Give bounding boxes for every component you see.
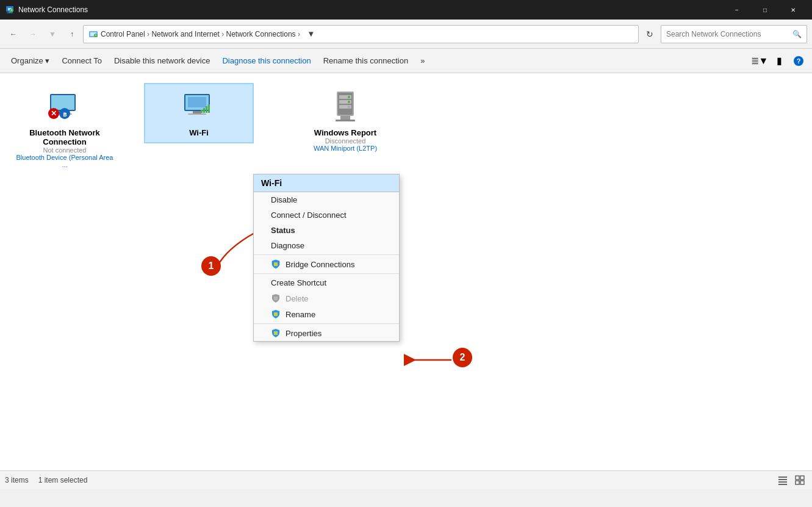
svg-rect-44 xyxy=(778,484,787,485)
forward-button[interactable]: → xyxy=(24,26,41,43)
minimize-button[interactable]: − xyxy=(723,0,751,20)
breadcrumb: Control Panel › Network and Internet › N… xyxy=(101,30,300,38)
svg-rect-22 xyxy=(188,113,206,115)
change-view-button[interactable]: ≣▼ xyxy=(751,52,768,70)
title-bar: Network Connections − □ ✕ xyxy=(0,0,812,20)
wifi-info: Wi-Fi xyxy=(189,128,209,137)
separator-2 xyxy=(254,273,399,274)
svg-rect-25 xyxy=(206,106,207,113)
windows-report-connection[interactable]: Windows Report Disconnected WAN Miniport… xyxy=(290,83,400,158)
context-menu-connect-disconnect[interactable]: Connect / Disconnect xyxy=(254,207,399,223)
up-button[interactable]: ↑ xyxy=(63,26,81,43)
svg-rect-24 xyxy=(203,108,205,113)
maximize-button[interactable]: □ xyxy=(751,0,779,20)
disable-label: Disable xyxy=(271,195,297,204)
svg-rect-46 xyxy=(800,476,804,480)
connect-to-button[interactable]: Connect To xyxy=(56,50,108,72)
wifi-connection[interactable]: Wi-Fi xyxy=(144,83,254,143)
item-count: 3 items xyxy=(5,476,29,484)
context-menu-create-shortcut[interactable]: Create Shortcut xyxy=(254,275,399,290)
context-menu-rename[interactable]: Rename xyxy=(254,306,399,322)
path-network-internet: Network and Internet xyxy=(151,30,219,38)
context-menu-status[interactable]: Status xyxy=(254,223,399,238)
diagnose-label: Diagnose xyxy=(271,241,304,250)
close-button[interactable]: ✕ xyxy=(779,0,807,20)
refresh-button[interactable]: ↻ xyxy=(641,26,658,43)
back-button[interactable]: ← xyxy=(5,26,22,43)
svg-point-34 xyxy=(348,96,350,98)
bluetooth-name: Bluetooth Network Connection xyxy=(16,128,113,146)
detail-view-button[interactable] xyxy=(792,473,807,487)
list-view-button[interactable] xyxy=(775,473,790,487)
svg-rect-42 xyxy=(778,479,787,480)
separator-1 xyxy=(254,254,399,255)
svg-rect-37 xyxy=(274,262,278,266)
search-icon: 🔍 xyxy=(792,30,802,38)
svg-rect-11 xyxy=(51,95,74,110)
address-path[interactable]: Control Panel › Network and Internet › N… xyxy=(83,25,639,43)
context-menu-header: Wi-Fi xyxy=(254,174,399,192)
preview-pane-button[interactable]: ▮ xyxy=(771,52,788,70)
context-menu-diagnose[interactable]: Diagnose xyxy=(254,238,399,253)
shield-icon-properties xyxy=(271,328,281,338)
more-button[interactable]: » xyxy=(414,50,431,72)
bluetooth-info: Bluetooth Network Connection Not connect… xyxy=(16,128,113,168)
main-content: ✕ ʙ Bluetooth Network Connection Not con… xyxy=(0,73,812,489)
status-bar: 3 items 1 item selected xyxy=(0,470,812,489)
status-label: Status xyxy=(271,226,295,235)
computer-icon: ✕ ʙ xyxy=(45,92,84,123)
svg-point-36 xyxy=(348,106,350,108)
disable-device-button[interactable]: Disable this network device xyxy=(108,50,217,72)
connect-disconnect-label: Connect / Disconnect xyxy=(271,210,347,220)
delete-label: Delete xyxy=(286,294,309,303)
bluetooth-connection[interactable]: ✕ ʙ Bluetooth Network Connection Not con… xyxy=(10,83,120,174)
shield-icon-bridge xyxy=(271,259,281,269)
address-dropdown-button[interactable]: ▼ xyxy=(303,26,320,43)
organize-button[interactable]: Organize ▾ xyxy=(5,50,56,72)
context-menu-disable[interactable]: Disable xyxy=(254,192,399,207)
windows-report-icon-area xyxy=(321,89,370,126)
wifi-icon-area xyxy=(174,89,223,126)
search-input[interactable] xyxy=(666,30,790,38)
wifi-computer-icon xyxy=(179,92,218,123)
svg-rect-26 xyxy=(208,104,210,113)
bluetooth-status: Not connected xyxy=(16,146,113,154)
svg-rect-39 xyxy=(274,312,278,316)
path-network-connections: Network Connections xyxy=(226,30,296,38)
svg-rect-45 xyxy=(796,476,799,480)
svg-rect-32 xyxy=(340,116,350,120)
create-shortcut-label: Create Shortcut xyxy=(271,278,326,287)
diagnose-button[interactable]: Diagnose this connection xyxy=(216,50,317,72)
view-toggles xyxy=(775,473,807,487)
bridge-label: Bridge Connections xyxy=(286,260,354,269)
app-icon xyxy=(5,5,15,15)
recent-locations-button[interactable]: ▼ xyxy=(44,26,61,43)
context-menu-bridge[interactable]: Bridge Connections xyxy=(254,256,399,272)
path-control-panel: Control Panel xyxy=(101,30,145,38)
context-menu-properties[interactable]: Properties xyxy=(254,325,399,341)
svg-point-35 xyxy=(348,101,350,103)
svg-text:✕: ✕ xyxy=(51,109,57,118)
rename-button[interactable]: Rename this connection xyxy=(317,50,414,72)
connections-list: ✕ ʙ Bluetooth Network Connection Not con… xyxy=(0,73,812,489)
context-menu-delete[interactable]: Delete xyxy=(254,290,399,306)
address-bar: ← → ▼ ↑ Control Panel › Network and Inte… xyxy=(0,20,812,49)
svg-rect-23 xyxy=(201,110,203,113)
svg-rect-43 xyxy=(778,481,787,483)
window-title: Network Connections xyxy=(18,5,88,14)
context-menu: Wi-Fi Disable Connect / Disconnect Statu… xyxy=(253,174,400,342)
bluetooth-type: Bluetooth Device (Personal Area ... xyxy=(16,154,113,168)
window-controls: − □ ✕ xyxy=(723,0,807,20)
svg-rect-33 xyxy=(336,120,355,121)
shield-icon-rename xyxy=(271,309,281,319)
windows-report-type: WAN Miniport (L2TP) xyxy=(314,145,377,152)
windows-report-info: Windows Report Disconnected WAN Miniport… xyxy=(314,128,377,152)
separator-3 xyxy=(254,323,399,324)
help-button[interactable]: ? xyxy=(790,52,807,70)
rename-label: Rename xyxy=(286,310,315,319)
svg-text:ʙ: ʙ xyxy=(63,110,67,118)
detail-view-icon xyxy=(795,475,805,485)
server-icon xyxy=(331,89,360,126)
shield-icon-delete xyxy=(271,293,281,303)
windows-report-status: Disconnected xyxy=(314,137,377,145)
